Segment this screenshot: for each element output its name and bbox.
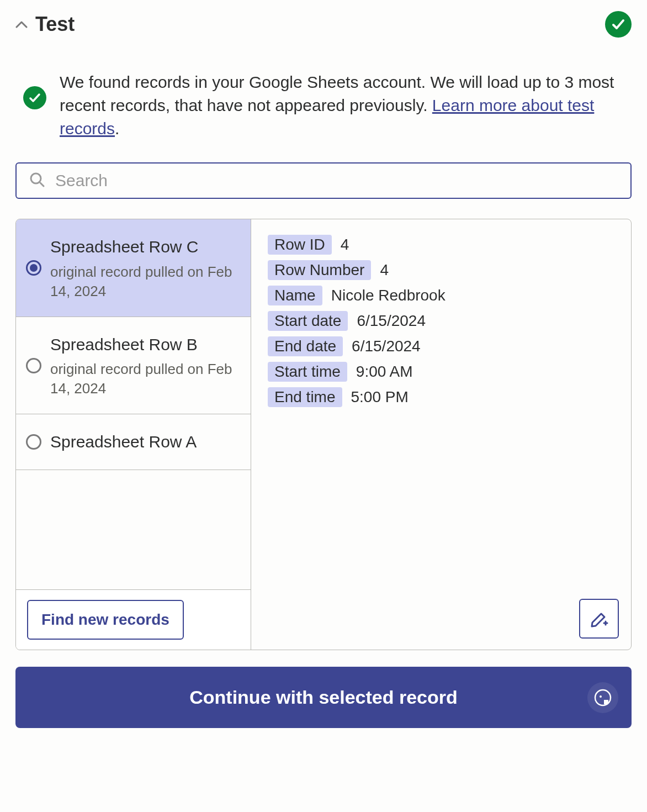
field-row: NameNicole Redbrook [268,286,614,305]
record-title: Spreadsheet Row A [50,430,237,454]
field-label: End time [268,387,342,407]
search-input[interactable] [55,171,618,190]
field-label: Name [268,286,322,305]
check-circle-icon [23,86,46,109]
record-item[interactable]: Spreadsheet Row Coriginal record pulled … [16,219,251,317]
records-footer: Find new records [16,589,251,650]
pencil-plus-icon [589,608,609,630]
info-text: We found records in your Google Sheets a… [60,71,624,140]
field-value: 9:00 AM [356,363,413,381]
field-label: Start date [268,311,348,331]
continue-button-label: Continue with selected record [189,687,458,708]
edit-button-wrap [579,599,619,639]
radio-icon[interactable] [26,260,41,276]
field-value: 4 [341,236,349,254]
records-panel: Spreadsheet Row Coriginal record pulled … [15,219,632,650]
field-label: Row Number [268,260,371,280]
radio-icon[interactable] [26,434,41,450]
find-new-records-button[interactable]: Find new records [27,600,184,640]
record-body: Spreadsheet Row A [50,430,237,454]
section-title: Test [35,13,75,36]
field-row: Start date6/15/2024 [268,311,614,331]
record-subtitle: original record pulled on Feb 14, 2024 [50,360,237,398]
chevron-up-icon [15,18,28,30]
search-icon [29,171,45,190]
svg-line-1 [40,183,44,186]
svg-point-0 [31,173,41,183]
field-row: End date6/15/2024 [268,336,614,356]
record-item[interactable]: Spreadsheet Row A [16,414,251,470]
section-header: Test [15,11,632,38]
field-label: Row ID [268,235,332,255]
record-body: Spreadsheet Row Boriginal record pulled … [50,333,237,399]
field-label: Start time [268,362,347,382]
svg-point-5 [600,695,602,698]
info-text-part2: . [115,119,119,138]
edit-button[interactable] [579,599,619,639]
records-list-column: Spreadsheet Row Coriginal record pulled … [16,219,251,650]
field-label: End date [268,336,343,356]
records-list: Spreadsheet Row Coriginal record pulled … [16,219,251,589]
field-row: Row ID4 [268,235,614,255]
field-value: 6/15/2024 [357,312,426,330]
radio-icon[interactable] [26,358,41,373]
continue-button[interactable]: Continue with selected record [15,667,632,728]
detail-fields: Row ID4Row Number4NameNicole RedbrookSta… [268,235,614,407]
help-icon[interactable] [587,682,618,713]
record-detail-column: Row ID4Row Number4NameNicole RedbrookSta… [251,219,631,650]
record-item[interactable]: Spreadsheet Row Boriginal record pulled … [16,317,251,415]
search-box[interactable] [15,162,632,199]
record-body: Spreadsheet Row Coriginal record pulled … [50,235,237,301]
section-header-left[interactable]: Test [15,13,75,36]
info-message: We found records in your Google Sheets a… [15,71,632,162]
field-value: 6/15/2024 [352,338,421,355]
field-value: Nicole Redbrook [331,287,446,304]
field-row: Row Number4 [268,260,614,280]
field-row: Start time9:00 AM [268,362,614,382]
field-row: End time5:00 PM [268,387,614,407]
record-subtitle: original record pulled on Feb 14, 2024 [50,262,237,301]
record-title: Spreadsheet Row B [50,333,237,357]
field-value: 4 [380,261,389,279]
status-success-icon [605,11,632,38]
field-value: 5:00 PM [351,388,409,406]
record-title: Spreadsheet Row C [50,235,237,259]
